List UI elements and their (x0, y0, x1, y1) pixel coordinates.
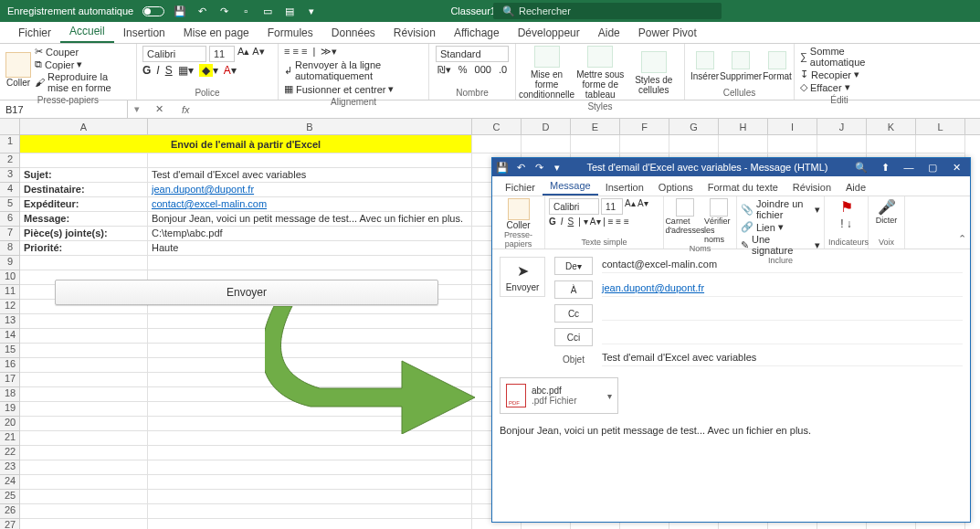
font-size[interactable]: 11 (209, 46, 235, 62)
cell[interactable]: Destinataire: (20, 183, 148, 197)
row-header[interactable]: 13 (0, 314, 20, 329)
fill-btn[interactable]: ↧ Recopier ▾ (800, 69, 859, 80)
paste-btn[interactable]: Coller (6, 78, 30, 88)
ol-font-name[interactable]: Calibri (549, 198, 599, 215)
bcc-button[interactable]: Cci (554, 328, 593, 346)
ol-tab-format-du-texte[interactable]: Format du texte (701, 179, 785, 196)
cell[interactable] (20, 329, 148, 344)
ol-tab-aide[interactable]: Aide (838, 179, 873, 196)
cut-btn[interactable]: ✂Couper (35, 46, 131, 58)
cell[interactable] (20, 387, 148, 402)
search-box[interactable]: 🔍 Rechercher (493, 3, 722, 19)
ol-redo-icon[interactable]: ↷ (532, 161, 545, 174)
row-header[interactable]: 5 (0, 197, 20, 212)
row-header[interactable]: 11 (0, 285, 20, 300)
row-header[interactable]: 12 (0, 300, 20, 314)
cell[interactable] (20, 256, 148, 270)
qat-new-icon[interactable]: ▫ (239, 5, 252, 17)
tab-insertion[interactable]: Insertion (114, 23, 174, 43)
col-header[interactable]: I (768, 119, 817, 135)
cell[interactable] (20, 358, 148, 373)
cc-field[interactable] (602, 306, 963, 321)
cell[interactable] (20, 431, 148, 446)
cell[interactable] (20, 490, 148, 504)
ol-tab-options[interactable]: Options (651, 179, 701, 196)
collapse-ribbon-icon[interactable]: ⌃ (905, 196, 970, 249)
addressbook-btn[interactable]: Carnet d'adresses (668, 198, 702, 244)
col-header[interactable]: J (817, 119, 867, 135)
col-header[interactable]: H (719, 119, 768, 135)
row-header[interactable]: 4 (0, 183, 20, 197)
comma-icon[interactable]: 000 (475, 64, 491, 76)
tab-mise-en-page[interactable]: Mise en page (174, 23, 258, 43)
ol-paste-icon[interactable] (508, 198, 530, 220)
send-button[interactable]: Envoyer (55, 280, 438, 305)
cell[interactable] (472, 135, 522, 153)
row-header[interactable]: 9 (0, 256, 20, 270)
cell[interactable]: Sujet: (20, 168, 148, 183)
col-header[interactable]: C (472, 119, 522, 135)
underline-btn[interactable]: S (165, 64, 173, 77)
cell[interactable] (522, 135, 571, 153)
ol-tab-insertion[interactable]: Insertion (598, 179, 651, 196)
to-field[interactable]: jean.dupont@dupont.fr (602, 282, 963, 297)
row-header[interactable]: 25 (0, 490, 20, 504)
row-header[interactable]: 15 (0, 344, 20, 358)
undo-icon[interactable]: ↶ (195, 5, 208, 17)
row-header[interactable]: 21 (0, 431, 20, 446)
cell[interactable] (148, 519, 472, 529)
row-header[interactable]: 27 (0, 519, 20, 529)
tab-accueil[interactable]: Accueil (60, 21, 114, 43)
maximize-icon[interactable]: ▢ (922, 160, 943, 175)
row-header[interactable]: 23 (0, 460, 20, 475)
merge-btn[interactable]: ▦ Fusionner et centrer ▾ (284, 83, 423, 95)
font-color-btn[interactable]: A▾ (224, 64, 237, 77)
format-cells-btn[interactable]: Format (763, 51, 792, 81)
copy-btn[interactable]: ⧉Copier ▾ (35, 58, 131, 70)
inc-dec-icon[interactable]: .0 (499, 64, 507, 76)
col-header[interactable]: L (916, 119, 965, 135)
from-field[interactable]: contact@excel-malin.com (602, 259, 963, 273)
col-header[interactable]: F (620, 119, 669, 135)
save-icon[interactable]: 💾 (174, 5, 186, 17)
sheet-title[interactable]: Envoi de l'email à partir d'Excel (20, 135, 472, 153)
row-header[interactable]: 6 (0, 212, 20, 227)
row-header[interactable]: 24 (0, 475, 20, 490)
row-header[interactable]: 10 (0, 270, 20, 285)
grow-font-icon[interactable]: A▴ (237, 46, 249, 62)
cell[interactable] (20, 153, 148, 168)
ol-tab-révision[interactable]: Révision (785, 179, 838, 196)
row-header[interactable]: 1 (0, 135, 20, 153)
cell[interactable]: Pièce(s) jointe(s): (20, 227, 148, 241)
ol-dd-icon[interactable]: ▾ (551, 161, 564, 174)
cell-styles-btn[interactable]: Styles de cellules (629, 51, 680, 95)
col-header[interactable]: G (669, 119, 719, 135)
col-header[interactable]: E (571, 119, 620, 135)
cell[interactable] (20, 460, 148, 475)
number-format[interactable]: Standard (436, 46, 509, 62)
cell[interactable] (148, 490, 472, 504)
flag-icon[interactable]: ⚑ (840, 198, 853, 216)
tab-données[interactable]: Données (322, 23, 385, 43)
cell[interactable] (571, 135, 620, 153)
row-header[interactable]: 18 (0, 387, 20, 402)
row-header[interactable]: 2 (0, 153, 20, 168)
cell[interactable] (768, 135, 817, 153)
link-btn[interactable]: 🔗 Lien ▾ (741, 221, 820, 233)
fill-color-btn[interactable]: ◆▾ (199, 64, 218, 77)
cond-format-btn[interactable]: Mise en forme conditionnelle (522, 46, 572, 100)
ol-up-icon[interactable]: ⬆ (875, 160, 895, 175)
percent-icon[interactable]: % (458, 64, 468, 76)
shrink-font-icon[interactable]: A▾ (252, 46, 264, 62)
cell[interactable] (719, 135, 768, 153)
bcc-field[interactable] (602, 330, 963, 344)
close-icon[interactable]: ✕ (946, 160, 966, 175)
cell[interactable] (20, 417, 148, 431)
autosave-toggle[interactable] (142, 6, 164, 16)
cell[interactable]: Expéditeur: (20, 197, 148, 212)
row-header[interactable]: 7 (0, 227, 20, 241)
attach-file-btn[interactable]: 📎 Joindre un fichier ▾ (741, 198, 820, 220)
row-header[interactable]: 8 (0, 241, 20, 256)
clear-btn[interactable]: ◇ Effacer ▾ (800, 81, 850, 93)
row-header[interactable]: 17 (0, 373, 20, 387)
